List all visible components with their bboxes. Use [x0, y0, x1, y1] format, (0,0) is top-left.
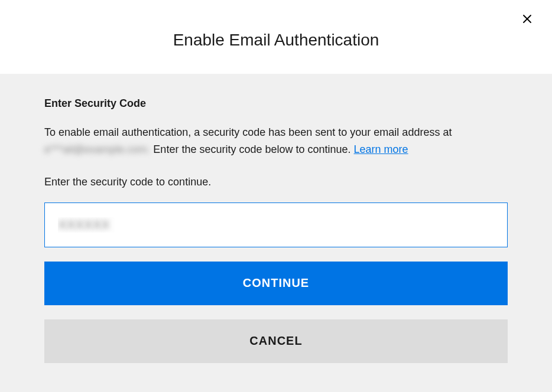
input-label: Enter the security code to continue.: [44, 176, 508, 188]
description-part1: To enable email authentication, a securi…: [44, 126, 452, 138]
dialog-content: Enter Security Code To enable email auth…: [0, 74, 552, 392]
dialog-header: Enable Email Authentication: [0, 0, 552, 74]
description-text: To enable email authentication, a securi…: [44, 124, 508, 158]
masked-email: e***ail@example.com.: [44, 141, 150, 158]
section-heading: Enter Security Code: [44, 97, 508, 110]
close-button[interactable]: [520, 12, 534, 26]
page-title: Enable Email Authentication: [173, 31, 379, 50]
continue-button[interactable]: CONTINUE: [44, 262, 508, 305]
cancel-button[interactable]: CANCEL: [44, 319, 508, 363]
close-icon: [522, 14, 532, 24]
security-code-input[interactable]: [44, 202, 508, 247]
learn-more-link[interactable]: Learn more: [354, 143, 408, 155]
description-part2: Enter the security code below to continu…: [150, 143, 353, 155]
